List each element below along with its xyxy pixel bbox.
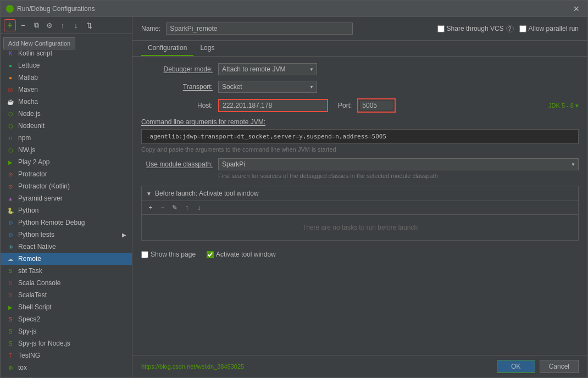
debugger-mode-select[interactable]: Attach to remote JVM — [218, 63, 317, 75]
module-select[interactable]: SparkPi — [218, 158, 579, 170]
specs2-icon: S — [6, 315, 15, 324]
command-hint: Copy and paste the arguments to the comm… — [141, 146, 579, 153]
port-wrapper — [357, 98, 396, 113]
command-label: Command line arguments for remote JVM: — [141, 118, 579, 126]
command-section: Command line arguments for remote JVM: -… — [141, 118, 579, 153]
python-tests-icon: ⚙ — [6, 230, 15, 239]
sidebar-item-spy-js-node[interactable]: S Spy-js for Node.js — [1, 337, 132, 349]
sidebar-item-mocha[interactable]: ☕ Mocha — [1, 96, 132, 108]
sidebar-item-label: Python — [18, 207, 38, 214]
no-tasks-label: There are no tasks to run before launch — [142, 215, 578, 240]
cancel-button[interactable]: Cancel — [540, 360, 579, 373]
config-area: Debugger mode: Attach to remote JVM Tran… — [132, 57, 587, 355]
sidebar-item-matlab[interactable]: ● Matlab — [1, 71, 132, 84]
sidebar-item-tox[interactable]: ⚙ tox — [1, 362, 132, 374]
sidebar-item-label: utest — [18, 376, 32, 377]
jdk-selector[interactable]: JDK 5 - 8 ▾ — [548, 102, 579, 109]
port-label: Port: — [338, 102, 352, 109]
sidebar-item-nwjs[interactable]: ⬡ NW.js — [1, 144, 132, 156]
sidebar-item-pyramid[interactable]: ▲ Pyramid server — [1, 192, 132, 204]
sidebar-item-testng[interactable]: T TestNG — [1, 349, 132, 362]
footer: https://blog.csdn.net/weixin_38493025 OK… — [132, 355, 587, 377]
sidebar-item-react-native[interactable]: ⚛ React Native — [1, 241, 132, 253]
sidebar-item-label: Node.js — [18, 110, 41, 118]
transport-row: Transport: Socket — [141, 81, 579, 93]
before-launch-add-button[interactable]: + — [145, 202, 156, 213]
ok-button[interactable]: OK — [497, 360, 535, 373]
sidebar-item-label: Pyramid server — [18, 194, 63, 202]
sidebar-item-python-tests[interactable]: ⚙ Python tests ▶ — [1, 229, 132, 241]
spy-js-icon: S — [6, 327, 15, 336]
sidebar-item-label: Nodeunit — [18, 122, 45, 130]
allow-parallel-checkbox[interactable] — [519, 25, 526, 32]
protractor-kotlin-icon: ⊙ — [6, 182, 15, 191]
sidebar-item-lettuce[interactable]: ● Lettuce — [1, 59, 132, 71]
port-input[interactable] — [360, 101, 393, 110]
command-value: -agentlib:jdwp=transport=dt_socket,serve… — [146, 133, 386, 140]
sidebar-item-protractor[interactable]: ⊙ Protractor — [1, 168, 132, 180]
sidebar-item-specs2[interactable]: S Specs2 — [1, 313, 132, 325]
name-input[interactable] — [166, 23, 353, 35]
allow-parallel-label: Allow parallel run — [529, 25, 579, 32]
share-vcs-checkbox[interactable] — [437, 25, 445, 32]
sidebar-item-label: Python Remote Debug — [18, 219, 85, 226]
sidebar-item-shell-script[interactable]: ▶ Shell Script — [1, 301, 132, 313]
sort-button[interactable]: ⇅ — [83, 19, 95, 31]
sidebar-item-label: tox — [18, 364, 27, 371]
sidebar-item-utest[interactable]: U utest — [1, 374, 132, 377]
arrow-up-button[interactable]: ↑ — [57, 19, 69, 31]
sidebar-item-maven[interactable]: m Maven — [1, 84, 132, 96]
sidebar-item-label: Spy-js — [18, 327, 36, 335]
sidebar-item-nodejs[interactable]: ⬡ Node.js — [1, 108, 132, 120]
sidebar-item-npm[interactable]: n npm — [1, 132, 132, 144]
close-button[interactable]: ✕ — [571, 4, 582, 13]
before-launch-remove-button[interactable]: − — [157, 202, 168, 213]
collapse-arrow-icon[interactable]: ▼ — [146, 191, 152, 197]
sbt-icon: S — [6, 266, 15, 275]
title-bar: Run/Debug Configurations ✕ — [1, 1, 587, 17]
module-row: Use module classpath: SparkPi — [141, 158, 579, 170]
settings-button[interactable]: ⚙ — [43, 19, 56, 31]
before-launch-down-button[interactable]: ↓ — [193, 202, 204, 213]
sidebar-item-label: Kotlin script — [18, 49, 52, 57]
before-launch-up-button[interactable]: ↑ — [181, 202, 192, 213]
scala-console-icon: S — [6, 279, 15, 287]
activate-tool-check-item: Activate tool window — [207, 251, 276, 258]
before-launch-edit-button[interactable]: ✎ — [169, 202, 180, 213]
testng-icon: T — [6, 351, 15, 360]
transport-select[interactable]: Socket — [218, 81, 317, 93]
sidebar-item-label: Lettuce — [18, 62, 40, 69]
remote-icon: ☁ — [6, 254, 15, 263]
npm-icon: n — [6, 134, 15, 142]
sidebar-item-label: Play 2 App — [18, 158, 49, 166]
sidebar-item-protractor-kotlin[interactable]: ⊙ Protractor (Kotlin) — [1, 180, 132, 192]
help-icon[interactable]: ? — [506, 25, 514, 32]
sidebar-item-scalatest[interactable]: S ScalaTest — [1, 289, 132, 301]
sidebar-item-label: NW.js — [18, 146, 35, 154]
sidebar-item-nodeunit[interactable]: ⬡ Nodeunit — [1, 120, 132, 132]
debugger-mode-label: Debugger mode: — [141, 65, 213, 73]
show-page-checkbox[interactable] — [141, 251, 148, 258]
sidebar-item-label: npm — [18, 134, 31, 142]
remove-configuration-button[interactable]: − — [17, 19, 29, 31]
transport-label: Transport: — [141, 83, 213, 91]
sidebar-item-remote[interactable]: ☁ Remote — [1, 253, 132, 265]
sidebar-item-spy-js[interactable]: S Spy-js — [1, 325, 132, 337]
host-input[interactable] — [218, 99, 328, 112]
sidebar-item-scala-console[interactable]: S Scala Console — [1, 277, 132, 289]
sidebar-item-python[interactable]: 🐍 Python — [1, 204, 132, 216]
before-launch-header: ▼ Before launch: Activate tool window — [142, 186, 578, 201]
arrow-down-button[interactable]: ↓ — [70, 19, 82, 31]
sidebar-item-label: ScalaTest — [18, 291, 47, 299]
tab-logs[interactable]: Logs — [193, 41, 221, 56]
sidebar-item-play2[interactable]: ▶ Play 2 App — [1, 156, 132, 168]
tab-configuration[interactable]: Configuration — [141, 41, 193, 56]
copy-configuration-button[interactable]: ⧉ — [30, 19, 42, 31]
add-configuration-button[interactable]: + — [4, 19, 16, 31]
sidebar-item-sbt-task[interactable]: S sbt Task — [1, 265, 132, 277]
activate-tool-checkbox[interactable] — [207, 251, 214, 258]
right-options: Share through VCS ? Allow parallel run — [437, 25, 579, 32]
sidebar-item-label: Shell Script — [18, 303, 52, 311]
sidebar-item-python-remote-debug[interactable]: ⚙ Python Remote Debug — [1, 216, 132, 229]
sidebar-item-label: Maven — [18, 86, 38, 93]
